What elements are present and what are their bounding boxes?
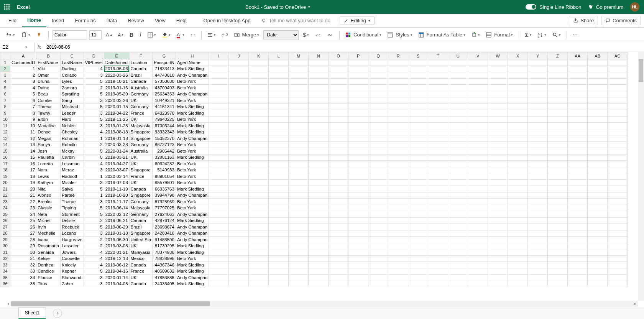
row-header[interactable]: 14 — [0, 141, 10, 148]
column-header[interactable]: A — [10, 53, 36, 59]
cell[interactable] — [468, 66, 488, 72]
cell[interactable] — [309, 255, 329, 262]
column-header[interactable]: V — [468, 53, 488, 59]
cell[interactable] — [388, 268, 408, 275]
cell[interactable]: Haro — [60, 116, 84, 123]
tab-home[interactable]: Home — [22, 14, 46, 27]
format-painter-button[interactable] — [34, 30, 44, 39]
cell[interactable] — [269, 85, 289, 91]
cell[interactable] — [329, 173, 348, 180]
column-header[interactable]: E — [104, 53, 129, 59]
format-button[interactable]: Format▾ — [484, 30, 515, 39]
cell[interactable] — [468, 104, 488, 110]
cell[interactable] — [448, 104, 468, 110]
cell[interactable] — [488, 78, 508, 85]
cell[interactable] — [209, 192, 229, 199]
column-header[interactable]: AA — [568, 53, 588, 59]
cell[interactable] — [548, 97, 568, 104]
cell[interactable] — [448, 110, 468, 117]
cell[interactable] — [428, 249, 448, 256]
cell[interactable] — [388, 249, 408, 256]
cell[interactable] — [508, 141, 528, 148]
name-box[interactable]: ▾ — [0, 42, 34, 52]
cell[interactable] — [249, 179, 269, 186]
cell[interactable] — [548, 148, 568, 155]
cell[interactable]: Coralie — [36, 97, 61, 104]
cell[interactable] — [309, 85, 329, 91]
cell[interactable] — [329, 59, 348, 66]
cell[interactable]: 4 — [10, 85, 36, 91]
cell[interactable] — [269, 230, 289, 237]
cell[interactable]: Thresa — [36, 104, 61, 110]
cell[interactable]: 2020-02-12 — [104, 211, 129, 218]
cell[interactable]: UK — [129, 161, 153, 167]
cell[interactable] — [428, 78, 448, 85]
scrollbar-thumb[interactable] — [639, 59, 643, 82]
cell[interactable]: 22 — [10, 199, 36, 205]
cell[interactable] — [289, 249, 309, 256]
cell[interactable] — [548, 66, 568, 72]
cell[interactable] — [548, 91, 568, 97]
cell[interactable] — [249, 167, 269, 173]
cell[interactable]: 44743010 — [153, 72, 176, 79]
cell[interactable] — [588, 78, 608, 85]
cell[interactable] — [448, 154, 468, 161]
cell[interactable]: Kelsie — [36, 255, 61, 262]
cell[interactable] — [548, 123, 568, 129]
align-button[interactable]: ▾ — [205, 30, 218, 39]
cell[interactable] — [329, 281, 348, 287]
cell[interactable] — [468, 186, 488, 192]
cell[interactable]: 87325969 — [153, 199, 176, 205]
cell[interactable] — [408, 141, 428, 148]
cell[interactable] — [269, 72, 289, 79]
cell[interactable]: 15052370 — [153, 135, 176, 142]
cell[interactable] — [309, 123, 329, 129]
cell[interactable] — [368, 154, 388, 161]
cell[interactable] — [348, 192, 368, 199]
cell[interactable] — [368, 129, 388, 135]
cell[interactable] — [388, 161, 408, 167]
cell[interactable]: 2019-06-14 — [104, 205, 129, 211]
fx-icon[interactable]: fx — [34, 44, 44, 50]
cell[interactable] — [368, 230, 388, 237]
cell[interactable] — [408, 85, 428, 91]
cell[interactable] — [269, 66, 289, 72]
cell[interactable] — [448, 173, 468, 180]
cell[interactable]: Singapore — [129, 192, 153, 199]
cell[interactable] — [608, 230, 628, 237]
cell[interactable]: Hadnott — [60, 173, 84, 180]
cell[interactable]: Brazil — [129, 224, 153, 230]
cell[interactable]: Beto Yark — [176, 78, 209, 85]
cell[interactable] — [388, 224, 408, 230]
cell[interactable] — [528, 85, 548, 91]
row-header[interactable]: 33 — [0, 262, 10, 268]
cell[interactable] — [608, 275, 628, 281]
cell[interactable] — [408, 224, 428, 230]
cell[interactable] — [309, 110, 329, 117]
cell[interactable] — [209, 85, 229, 91]
cell[interactable]: Mark Siedling — [176, 66, 209, 72]
cell[interactable] — [488, 59, 508, 66]
cell[interactable] — [229, 66, 249, 72]
cell[interactable] — [408, 262, 428, 268]
cell[interactable]: 93332343 — [153, 129, 176, 135]
cell[interactable]: Singapore — [129, 167, 153, 173]
cell[interactable] — [568, 123, 588, 129]
cell[interactable]: Irvin — [36, 224, 61, 230]
cell[interactable] — [468, 123, 488, 129]
cell[interactable] — [329, 104, 348, 110]
column-header[interactable]: H — [176, 53, 209, 59]
cell[interactable] — [309, 59, 329, 66]
cell[interactable]: Beto Yark — [176, 255, 209, 262]
cell[interactable]: 71833413 — [153, 66, 176, 72]
cell[interactable] — [348, 237, 368, 243]
cell[interactable] — [209, 230, 229, 237]
cell[interactable] — [468, 72, 488, 79]
cell[interactable] — [608, 135, 628, 142]
cell[interactable] — [329, 154, 348, 161]
cell[interactable]: Alonso — [36, 192, 61, 199]
cell[interactable]: 98901054 — [153, 173, 176, 180]
cell[interactable] — [608, 179, 628, 186]
cell[interactable] — [249, 66, 269, 72]
cell[interactable] — [508, 129, 528, 135]
